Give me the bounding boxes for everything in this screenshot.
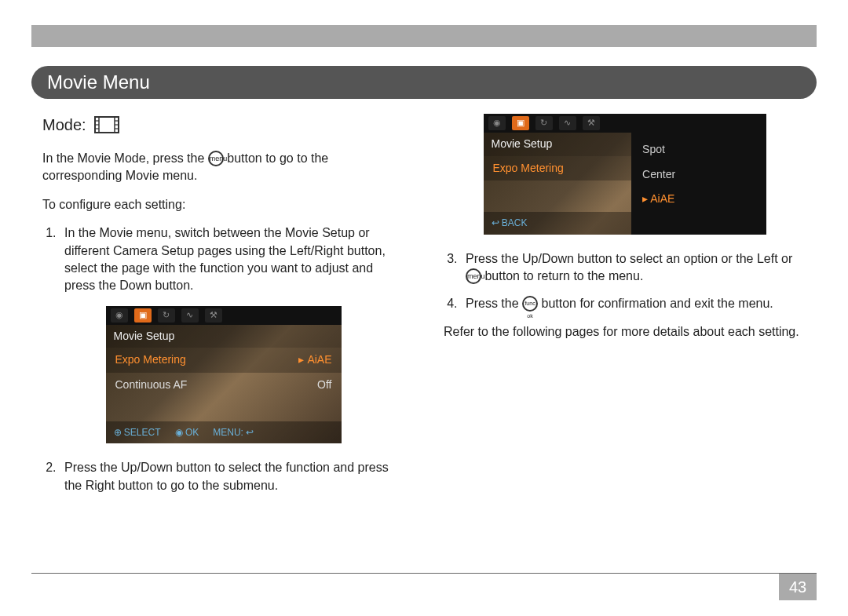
section-header: Movie Menu — [31, 66, 817, 99]
step-4: Press the func ok button for confirmatio… — [461, 295, 806, 312]
cam1-footer: ⊕ SELECT ◉ OK MENU: ↩ — [106, 421, 342, 444]
camera-screenshot-1: ◉ ▣ ↻ ∿ ⚒ Movie Setup Expo Metering ▸AiA… — [106, 306, 342, 444]
cam1-title: Movie Setup — [106, 325, 342, 348]
arrow-right-icon: ▸ — [298, 353, 304, 366]
cam-tab-setup1-icon: ↻ — [158, 308, 175, 323]
cam-tab-setup3-icon: ⚒ — [583, 116, 600, 130]
step4-before: Press the — [466, 297, 522, 310]
mode-label: Mode: — [42, 114, 86, 136]
footer-rule — [31, 573, 817, 574]
cam2-submenu: Spot Center AiAE — [631, 133, 766, 235]
step3-before: Press the Up/Down button to select an op… — [466, 252, 792, 265]
cam1-row2-value: Off — [317, 377, 331, 393]
step4-after: button for confirmation and exit the men… — [541, 297, 773, 310]
cam-tab-photo-icon: ◉ — [111, 308, 128, 323]
mode-line: Mode: — [42, 114, 404, 136]
footer-ok: ◉ OK — [175, 426, 199, 439]
cam1-row2-label: Continuous AF — [115, 377, 188, 393]
cam-tab-movie-icon: ▣ — [512, 116, 529, 130]
page-number: 43 — [779, 574, 817, 600]
menu-button-icon: menu — [208, 151, 224, 166]
cam-tab-setup2-icon: ∿ — [181, 308, 199, 323]
steps-list-right: Press the Up/Down button to select an op… — [444, 250, 806, 312]
cam2-title: Movie Setup — [484, 133, 632, 156]
closing-paragraph: Refer to the following pages for more de… — [444, 323, 806, 341]
menu-button-icon: menu — [466, 268, 481, 284]
cam2-opt-aiae: AiAE — [631, 187, 766, 212]
footer-menu: MENU: ↩ — [213, 426, 254, 439]
intro-paragraph: In the Movie Mode, press the menu button… — [42, 150, 404, 185]
step-3: Press the Up/Down button to select an op… — [461, 250, 806, 286]
steps-list-left: In the Movie menu, switch between the Mo… — [42, 224, 404, 295]
cam1-row-expo: Expo Metering ▸AiAE — [106, 348, 342, 373]
cam1-row1-label: Expo Metering — [115, 352, 186, 368]
cam2-tabs: ◉ ▣ ↻ ∿ ⚒ — [484, 114, 766, 133]
cam-tab-setup1-icon: ↻ — [535, 116, 553, 130]
cam-tab-setup2-icon: ∿ — [559, 116, 576, 130]
cam-tab-movie-icon: ▣ — [134, 308, 152, 323]
step-2: Press the Up/Down button to select the f… — [60, 459, 404, 494]
cam1-row1-value: ▸AiAE — [298, 352, 331, 368]
right-column: ◉ ▣ ↻ ∿ ⚒ Movie Setup Expo Metering ↩ BA… — [444, 114, 806, 569]
header-stripe — [31, 25, 817, 47]
footer-select: ⊕ SELECT — [114, 426, 161, 439]
cam1-tabs: ◉ ▣ ↻ ∿ ⚒ — [106, 306, 342, 325]
func-ok-button-icon: func ok — [522, 296, 538, 312]
content-area: Mode: In the Movie Mode, press the menu — [42, 114, 806, 569]
cam2-back: ↩ BACK — [484, 212, 632, 235]
step3-after: button to return to the menu. — [484, 269, 643, 282]
configure-heading: To configure each setting: — [42, 196, 404, 213]
cam1-row-af: Continuous AF Off — [106, 373, 342, 398]
intro-text-before: In the Movie Mode, press the — [42, 151, 208, 165]
camera-screenshot-2: ◉ ▣ ↻ ∿ ⚒ Movie Setup Expo Metering ↩ BA… — [484, 114, 766, 235]
cam-tab-photo-icon: ◉ — [488, 116, 506, 130]
cam2-opt-center: Center — [631, 162, 766, 188]
step-1: In the Movie menu, switch between the Mo… — [60, 224, 404, 295]
cam-tab-setup3-icon: ⚒ — [205, 308, 222, 323]
cam2-left-label: Expo Metering — [484, 156, 632, 181]
steps-list-left-2: Press the Up/Down button to select the f… — [42, 459, 404, 494]
cam2-opt-spot: Spot — [631, 137, 766, 162]
left-column: Mode: In the Movie Mode, press the menu — [42, 114, 404, 569]
film-icon — [94, 116, 119, 133]
section-title: Movie Menu — [47, 71, 150, 93]
